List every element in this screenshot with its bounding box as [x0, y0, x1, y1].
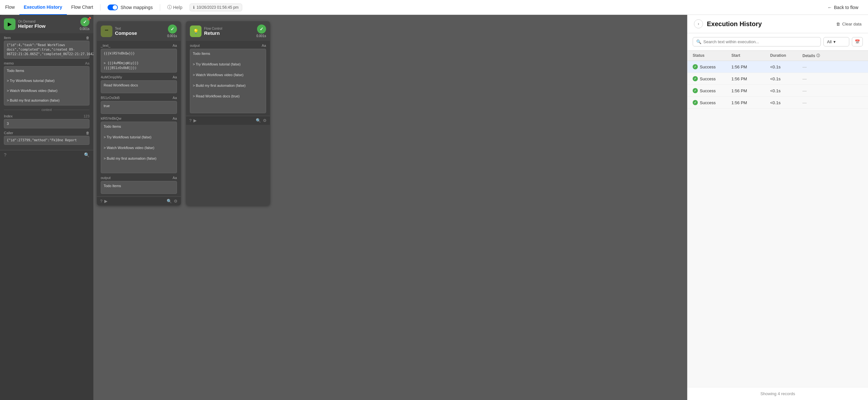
caller-delete-icon[interactable]: 🗑	[86, 131, 89, 135]
right-panel-header: › Execution History 🗑 Clear data	[687, 15, 868, 33]
nav-back-to-flow[interactable]: ← Back to flow	[823, 5, 863, 10]
execution-history-title: Execution History	[707, 20, 836, 28]
filter-select[interactable]: All ▾	[824, 37, 849, 46]
td-status: Success	[693, 64, 732, 69]
field1-value: Read Workflows docs	[101, 80, 177, 93]
text-icon: ""	[101, 26, 113, 37]
node-title: Helper Flow	[18, 23, 77, 29]
flow-control-header: 💡 Flow Control Return ✓ 0.001s	[186, 21, 270, 41]
status-text-0: Success	[700, 65, 716, 69]
field2-label: B51zOs0bB Aa	[101, 96, 177, 100]
status-dot-2	[693, 88, 698, 93]
td-details-1: —	[802, 76, 863, 81]
compose-settings-icon[interactable]: ⚙	[174, 199, 178, 204]
top-nav: Flow Execution History Flow Chart Show m…	[0, 0, 868, 15]
search-input[interactable]	[703, 39, 817, 44]
table-row[interactable]: Success 1:56 PM <0.1s —	[687, 73, 868, 85]
nav-timestamp[interactable]: ℹ 10/26/2023 01:56:45 pm	[190, 4, 242, 11]
compose-help-icon[interactable]: ?	[100, 199, 102, 204]
index-label-row: Index 123	[4, 114, 89, 118]
td-details-0: —	[802, 65, 863, 69]
output-aa: Aa	[173, 176, 177, 180]
nav-help[interactable]: ⓘ Help	[163, 4, 187, 10]
status-text-2: Success	[700, 89, 716, 93]
node-title-block: On Demand Helper Flow	[18, 20, 77, 29]
output-value: Todo Items	[101, 181, 177, 194]
search-row: 🔍 All ▾ 📅	[687, 33, 868, 51]
divider-line-right	[53, 110, 89, 110]
memo-aa: Aa	[85, 61, 89, 65]
fc-settings-icon[interactable]: ⚙	[263, 118, 267, 123]
fc-search-icon[interactable]: 🔍	[256, 118, 261, 123]
th-status: Status	[693, 53, 732, 58]
help-circle-icon: ⓘ	[167, 4, 172, 10]
table-row[interactable]: Success 1:56 PM <0.1s —	[687, 61, 868, 73]
td-start-3: 1:56 PM	[732, 100, 770, 105]
td-start-2: 1:56 PM	[732, 89, 770, 93]
help-icon[interactable]: ?	[4, 152, 6, 158]
search-icon[interactable]: 🔍	[84, 152, 89, 158]
search-magnify-icon: 🔍	[696, 39, 702, 44]
compose-search-icon[interactable]: 🔍	[166, 199, 172, 204]
flow-control-footer: ? ▶ 🔍 ⚙	[186, 116, 270, 125]
calendar-button[interactable]: 📅	[852, 37, 863, 46]
field1-label: 4uMOmjqWiy Aa	[101, 75, 177, 79]
text-check-badge: ✓	[168, 25, 177, 34]
details-info-icon: ⓘ	[816, 53, 820, 58]
toggle-switch[interactable]	[107, 4, 118, 10]
canvas-area: "" Text Compose ✓ 0.001s _text_ Aa	[94, 15, 687, 400]
td-duration-1: <0.1s	[770, 76, 802, 81]
table-footer: Showing 4 records	[687, 387, 868, 400]
index-field: Index 123 3	[4, 114, 89, 128]
flow-control-duration: 0.001s	[256, 34, 266, 38]
compose-play-icon[interactable]: ▶	[104, 199, 107, 204]
clear-data-button[interactable]: 🗑 Clear data	[836, 22, 862, 27]
caller-field: Caller 🗑 {"id":273799,"method":"Fk10ne R…	[4, 131, 89, 145]
index-num: 123	[84, 114, 89, 118]
nav-flow-chart[interactable]: Flow Chart	[67, 0, 98, 15]
fc-output-value: Todo Items > Try Workflows tutorial (fal…	[190, 49, 266, 113]
text-label: _text_ Aa	[101, 43, 177, 47]
divider-line-left	[4, 110, 40, 110]
caller-label-row: Caller 🗑	[4, 131, 89, 135]
item-label: Item 🗑	[4, 36, 89, 40]
help-label: Help	[173, 5, 182, 10]
right-panel: › Execution History 🗑 Clear data 🔍 All ▾…	[687, 15, 868, 400]
index-value: 3	[4, 119, 89, 128]
text-compose-node: "" Text Compose ✓ 0.001s _text_ Aa	[97, 21, 181, 205]
fc-play-icon[interactable]: ▶	[193, 118, 197, 123]
nav-execution-history[interactable]: Execution History	[20, 0, 67, 15]
field1-aa: Aa	[173, 75, 177, 79]
helper-flow-node: ▶ On Demand Helper Flow ✓ 0.001s 📌 Item …	[0, 15, 93, 159]
fc-help-icon[interactable]: ?	[189, 118, 191, 123]
table-row[interactable]: Success 1:56 PM <0.1s —	[687, 85, 868, 97]
nav-flow[interactable]: Flow	[5, 0, 20, 15]
nav-divider-2	[160, 4, 160, 11]
timestamp-value: 10/26/2023 01:56:45 pm	[197, 5, 239, 10]
main-area: ▶ On Demand Helper Flow ✓ 0.001s 📌 Item …	[0, 15, 868, 400]
nav-show-mappings[interactable]: Show mappings	[103, 4, 157, 10]
text-compose-title-block: Text Compose	[115, 27, 165, 36]
item-delete-icon[interactable]: 🗑	[86, 36, 89, 40]
text-compose-footer: ? ▶ 🔍 ⚙	[97, 196, 181, 205]
node-footer: ? 🔍	[0, 150, 93, 159]
item-value: {"id":4,"task":"Read Workflows docs","co…	[4, 41, 89, 59]
text-title: Compose	[115, 30, 165, 36]
info-icon: ℹ	[193, 5, 195, 10]
left-panel: ▶ On Demand Helper Flow ✓ 0.001s 📌 Item …	[0, 15, 94, 400]
node-header: ▶ On Demand Helper Flow ✓ 0.001s 📌	[0, 15, 93, 33]
text-value: {{{klR5YeBkQw}}} > {{{4uMOmjqWiy}}} ({{[…	[101, 49, 177, 73]
play-icon: ▶	[4, 19, 16, 30]
caller-value: {"id":273799,"method":"Fk10ne Report	[4, 136, 89, 145]
table-row[interactable]: Success 1:56 PM <0.1s —	[687, 97, 868, 109]
search-box[interactable]: 🔍	[693, 37, 821, 46]
field3-value: Todo Items > Try Workflows tutorial (fal…	[101, 122, 177, 173]
th-start: Start	[732, 53, 770, 58]
collapse-button[interactable]: ›	[694, 19, 703, 28]
field2-value: true	[101, 101, 177, 114]
status-text-3: Success	[700, 100, 716, 105]
node-subtitle: On Demand	[18, 20, 77, 23]
td-start-1: 1:56 PM	[732, 76, 770, 81]
output-label: output Aa	[101, 176, 177, 180]
output-container: output Aa Todo Items	[101, 176, 177, 194]
